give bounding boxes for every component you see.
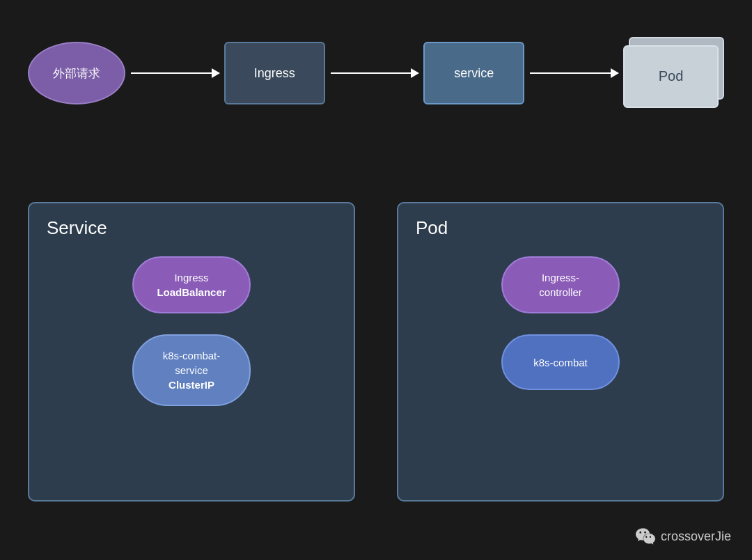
service-box: Service Ingress LoadBalancer k8s-combat-… [28,202,355,501]
k8s-combat-item: k8s-combat [501,334,620,390]
flow-node-service: service [423,42,524,104]
flow-diagram: 外部请求 Ingress service Pod [28,21,724,125]
k8s-service-line2: service [163,363,221,378]
k8s-combat-service-item: k8s-combat- service ClusterIP [132,334,251,406]
ingress-lb-line1: Ingress [157,270,226,285]
pod-front: Pod [623,45,719,108]
service-box-title: Service [47,217,340,239]
flow-node-ingress: Ingress [224,42,325,104]
watermark: crossoverJie [636,527,731,546]
ingress-controller-item: Ingress- controller [501,256,620,313]
ingress-lb-line2: LoadBalancer [157,285,226,300]
k8s-service-line1: k8s-combat- [163,348,221,363]
flow-node-pod: Pod [623,37,724,110]
flow-node-external: 外部请求 [28,42,125,104]
k8s-combat-label: k8s-combat [533,355,588,370]
pod-box-title: Pod [416,217,709,239]
pod-box: Pod Ingress- controller k8s-combat [397,202,724,501]
watermark-text: crossoverJie [661,529,731,544]
bottom-section: Service Ingress LoadBalancer k8s-combat-… [28,202,724,501]
k8s-service-line3: ClusterIP [163,378,221,392]
ingress-controller-line2: controller [539,285,582,300]
ingress-controller-line1: Ingress- [539,270,582,285]
ingress-lb-item: Ingress LoadBalancer [132,256,251,313]
wechat-icon [636,527,655,546]
